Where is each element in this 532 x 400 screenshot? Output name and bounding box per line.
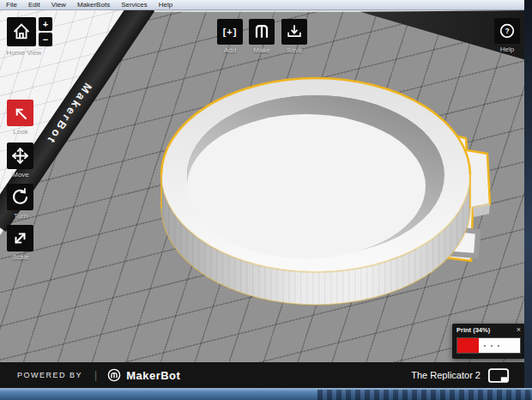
window-bottom-border	[0, 388, 532, 400]
makerbot-circle-m-icon	[107, 368, 121, 382]
footer-bar: POWERED BY | MakerBot The Replicator 2	[0, 362, 532, 388]
look-arrow-icon	[10, 103, 31, 124]
tool-turn-button[interactable]	[7, 184, 33, 210]
makerware-window: File Edit View MakerBots Services Help M…	[0, 0, 532, 400]
footer-brand: MakerBot	[126, 369, 180, 382]
print-progress-bar	[456, 337, 521, 354]
progress-dot	[491, 345, 493, 347]
help-button[interactable]: ?	[494, 18, 520, 44]
menu-bar: File Edit View MakerBots Services Help	[0, 0, 532, 10]
turn-icon	[9, 186, 31, 208]
add-button[interactable]: [+]	[217, 19, 243, 45]
zoom-out-button[interactable]: −	[39, 33, 52, 46]
print-popup-title: Print (34%)	[456, 326, 490, 334]
printer-icon	[487, 367, 510, 384]
powered-by-label: POWERED BY	[17, 371, 82, 379]
makerbot-m-icon	[251, 21, 272, 42]
add-label: Add	[217, 46, 243, 54]
menu-services[interactable]: Services	[121, 0, 148, 10]
model-floor	[187, 114, 426, 258]
model-3d[interactable]	[0, 10, 532, 362]
print-progress-fill	[457, 338, 479, 353]
menu-view[interactable]: View	[51, 0, 66, 10]
viewport-3d[interactable]: MakerBot	[0, 10, 532, 362]
printer-status[interactable]: The Replicator 2	[411, 367, 510, 384]
tool-turn-label: Turn	[5, 212, 36, 220]
help-icon: ?	[497, 21, 517, 41]
home-icon	[10, 21, 33, 43]
progress-dot	[484, 345, 486, 347]
save-button[interactable]	[281, 19, 307, 45]
progress-dot	[498, 345, 499, 347]
menu-help[interactable]: Help	[159, 0, 172, 10]
save-icon	[284, 21, 305, 42]
window-right-edge	[524, 0, 532, 400]
footer-separator: |	[94, 369, 97, 381]
make-button[interactable]	[249, 19, 275, 45]
taskbar-fragment	[317, 390, 532, 400]
print-progress-popup: Print (34%) ×	[452, 324, 525, 359]
move-icon	[9, 145, 31, 167]
tool-look-button[interactable]	[7, 100, 33, 126]
svg-text:?: ?	[505, 27, 509, 35]
home-view-button[interactable]	[7, 17, 36, 46]
tool-move-button[interactable]	[7, 142, 33, 169]
menu-file[interactable]: File	[6, 0, 17, 10]
menu-edit[interactable]: Edit	[28, 0, 40, 10]
menu-makerbots[interactable]: MakerBots	[77, 0, 110, 10]
home-view-label: Home View	[4, 49, 44, 57]
help-label: Help	[493, 45, 522, 53]
tool-look-label: Look	[5, 128, 36, 136]
tool-move-label: Move	[5, 171, 36, 179]
close-icon[interactable]: ×	[517, 326, 521, 334]
make-label: Make	[249, 46, 275, 54]
zoom-in-button[interactable]: +	[39, 17, 52, 31]
scale-icon	[9, 227, 31, 249]
save-label: Save	[281, 46, 307, 54]
tool-scale-label: Scale	[5, 253, 36, 261]
printer-name: The Replicator 2	[411, 370, 481, 380]
tool-scale-button[interactable]	[7, 225, 33, 252]
